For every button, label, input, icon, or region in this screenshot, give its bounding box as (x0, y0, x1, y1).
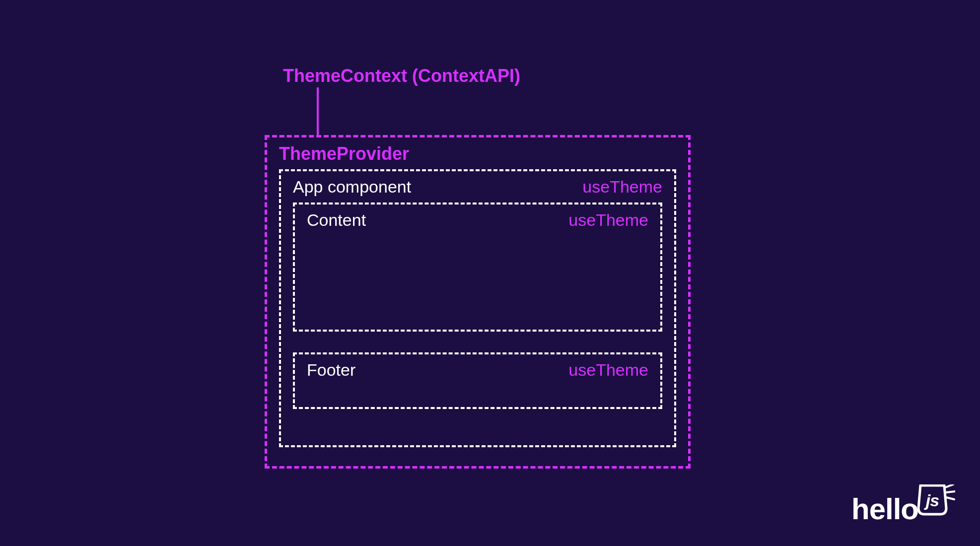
app-component-box: App component useTheme Content useTheme … (279, 169, 676, 447)
footer-hook: useTheme (568, 360, 648, 380)
connector-line (317, 87, 319, 135)
content-header: Content useTheme (307, 210, 648, 230)
footer-label: Footer (307, 360, 355, 380)
theme-provider-box: ThemeProvider App component useTheme Con… (265, 135, 691, 469)
svg-text:js: js (924, 491, 939, 510)
content-box: Content useTheme (293, 203, 662, 332)
diagram-canvas: ThemeContext (ContextAPI) ThemeProvider … (0, 0, 980, 546)
app-component-header: App component useTheme (293, 177, 662, 197)
app-component-hook: useTheme (582, 177, 662, 197)
content-label: Content (307, 210, 366, 230)
footer-header: Footer useTheme (307, 360, 648, 380)
brand-text: hello (851, 492, 918, 526)
svg-line-2 (946, 491, 955, 492)
context-title: ThemeContext (ContextAPI) (283, 66, 520, 86)
app-component-label: App component (293, 177, 411, 197)
brand-logo: hello js (851, 484, 955, 526)
brand-js-icon: js (916, 484, 955, 519)
footer-box: Footer useTheme (293, 352, 662, 409)
svg-line-3 (946, 497, 954, 499)
svg-line-1 (945, 484, 953, 487)
theme-provider-label: ThemeProvider (279, 143, 676, 164)
content-hook: useTheme (568, 210, 648, 230)
